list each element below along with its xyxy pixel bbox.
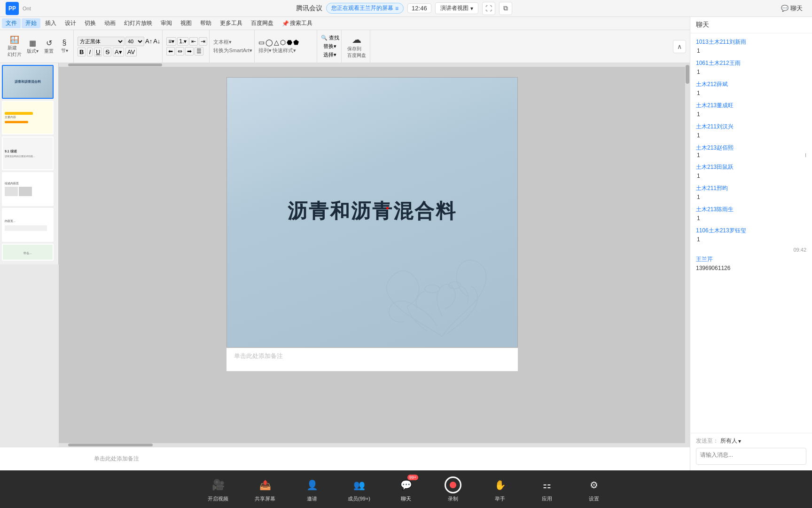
chat-sender-6[interactable]: 土木213赵佰熙 — [696, 144, 734, 151]
chat-count-3: 1 — [697, 90, 700, 96]
title-bar-right: 💬 聊天 — [777, 3, 806, 14]
indent-increase-button[interactable]: ⇥ — [199, 37, 207, 46]
app-logo[interactable]: PP — [6, 2, 19, 15]
chat-sender-2[interactable]: 1061土木212王雨 — [696, 60, 741, 66]
menu-help[interactable]: 帮助 — [196, 18, 215, 28]
quick-style-button[interactable]: 快速样式▾ — [273, 47, 296, 54]
settings-button[interactable]: ⚙ 设置 — [580, 476, 608, 502]
chat-sender-9[interactable]: 土木213陈雨生 — [696, 206, 734, 213]
menu-design[interactable]: 设计 — [61, 18, 80, 28]
select-button[interactable]: 选择▾ — [323, 51, 336, 58]
notes-area[interactable]: 单击此处添加备注 — [0, 447, 690, 470]
bold-button[interactable]: B — [78, 48, 86, 56]
save-baidu-button[interactable]: ☁ 保存到百度网盘 — [345, 33, 368, 60]
ppt-content: 沥青和沥青混合料 主要内容 9.1 综述 — [0, 63, 690, 447]
shape-2[interactable]: ◯ — [265, 39, 273, 46]
v-scrollbar[interactable] — [685, 63, 690, 447]
members-button[interactable]: 👥 成员(99+) — [345, 476, 373, 502]
shape-1[interactable]: ▭ — [258, 39, 265, 46]
menu-insert[interactable]: 插入 — [41, 18, 60, 28]
chat-sender-10[interactable]: 1106土木213罗钰玺 — [696, 227, 746, 234]
share-screen-button[interactable]: 📤 共享屏幕 — [251, 476, 279, 502]
numbering-button[interactable]: 1.▾ — [177, 37, 188, 46]
strikethrough-button[interactable]: S — [103, 48, 111, 56]
text-box-button[interactable]: 文本框▾ — [213, 39, 232, 46]
slide-thumb-6-inner: 什么... — [3, 245, 53, 261]
menu-search[interactable]: 📌 搜索工具 — [278, 18, 316, 28]
bullets-button[interactable]: ≡▾ — [166, 37, 176, 46]
send-to-dropdown[interactable]: 所有人 ▾ — [720, 437, 741, 445]
shape-4[interactable]: ⬡ — [280, 39, 286, 46]
menu-transitions[interactable]: 切换 — [81, 18, 100, 28]
invite-button[interactable]: 👤 邀请 — [298, 476, 326, 502]
bottom-scrollbar-thumb — [68, 444, 153, 446]
chat-sender-1[interactable]: 1013土木211刘新雨 — [696, 39, 746, 45]
chat-sender-8[interactable]: 土木211邢昀 — [696, 185, 728, 191]
underline-button[interactable]: U — [94, 48, 102, 56]
v-scrollbar-thumb — [686, 65, 689, 84]
chat-last-sender[interactable]: 王兰芹 — [696, 256, 713, 262]
chat-count-2: 1 — [697, 69, 700, 75]
chat-sender-7[interactable]: 土木213田鼠跃 — [696, 164, 734, 170]
menu-view[interactable]: 视图 — [177, 18, 195, 28]
slide-notes[interactable]: 单击此处添加备注 — [226, 348, 518, 371]
raise-hand-button[interactable]: ✋ 举手 — [486, 476, 514, 502]
toolbar-collapse-button[interactable]: ∧ — [673, 40, 686, 53]
h-scrollbar[interactable] — [59, 63, 685, 67]
slide-thumb-1[interactable]: 沥青和沥青混合料 — [2, 65, 54, 99]
layout-button[interactable]: ▦ 版式▾ — [25, 38, 40, 56]
menu-review[interactable]: 审阅 — [157, 18, 176, 28]
find-button[interactable]: 🔍 查找 — [321, 34, 339, 41]
align-right-button[interactable]: ➡ — [185, 47, 194, 56]
menu-start[interactable]: 开始 — [22, 18, 40, 28]
align-center-button[interactable]: ⇔ — [176, 47, 184, 56]
chat-sender-4[interactable]: 土木213董成旺 — [696, 102, 734, 109]
shape-5[interactable]: ⬣ — [287, 39, 292, 46]
presenter-view-button[interactable]: 演讲者视图 ▾ — [435, 2, 478, 14]
menu-more-tools[interactable]: 更多工具 — [216, 18, 246, 28]
slide-canvas-area[interactable]: 沥青和沥青混合料 单击此处添加备注 — [59, 67, 685, 443]
menu-file[interactable]: 文件 — [2, 18, 21, 28]
chat-header-button[interactable]: 💬 聊天 — [777, 3, 806, 14]
slide-4-img2 — [19, 187, 32, 196]
new-slide-button[interactable]: 🪟 新建幻灯片 — [6, 34, 23, 59]
italic-button[interactable]: I — [87, 48, 93, 56]
replace-button[interactable]: 替换▾ — [323, 43, 336, 50]
shape-6[interactable]: ⬟ — [293, 39, 299, 46]
arrange-button[interactable]: 排列▾ — [258, 47, 272, 54]
shape-3[interactable]: △ — [274, 39, 279, 46]
slide-3-label: 9.1 综述 — [5, 149, 17, 154]
start-video-button[interactable]: 🎥 开启视频 — [204, 476, 232, 502]
chat-input-field[interactable] — [696, 448, 806, 465]
slide-thumb-3[interactable]: 9.1 综述 沥青混合料的主要技术性能... — [2, 136, 54, 170]
convert-smartart-button[interactable]: 转换为SmartArt▾ — [213, 47, 252, 54]
increase-font-icon[interactable]: A↑ — [145, 38, 152, 45]
chat-sender-5[interactable]: 土木211刘汉兴 — [696, 123, 734, 130]
indent-decrease-button[interactable]: ⇤ — [189, 37, 198, 46]
menu-animations[interactable]: 动画 — [101, 18, 119, 28]
slide-thumb-5[interactable]: 内容页... — [2, 208, 54, 242]
slide-thumb-6[interactable]: 什么... — [2, 244, 54, 261]
slide-thumb-2[interactable]: 主要内容 — [2, 101, 54, 135]
fullscreen-button[interactable]: ⛶ — [482, 2, 495, 15]
bottom-scrollbar[interactable] — [59, 443, 685, 447]
chat-button[interactable]: 💬 99+ 聊天 — [392, 476, 420, 502]
window-button[interactable]: ⧉ — [499, 2, 512, 15]
chat-last-message: 13969061126 — [696, 265, 730, 271]
decrease-font-icon[interactable]: A↓ — [153, 38, 160, 45]
section-button[interactable]: § 节▾ — [57, 38, 71, 55]
font-name-select[interactable]: 方正黑体 — [78, 37, 125, 46]
slide-thumb-4[interactable]: 综述内容页 — [2, 172, 54, 206]
font-color-button[interactable]: A▾ — [113, 48, 124, 56]
menu-baidu[interactable]: 百度网盘 — [247, 18, 277, 28]
record-button[interactable]: 录制 — [439, 476, 467, 502]
justify-button[interactable]: ☰ — [195, 47, 203, 56]
chat-sender-3[interactable]: 土木212薛斌 — [696, 81, 728, 87]
menu-slideshow[interactable]: 幻灯片放映 — [120, 18, 156, 28]
font-size-select[interactable]: 40 — [125, 37, 144, 46]
reset-button[interactable]: ↺ 重置 — [42, 38, 56, 56]
app-name-short: Ont — [23, 6, 31, 11]
char-spacing-button[interactable]: AV — [125, 48, 137, 56]
apps-button[interactable]: ⚏ 应用 — [533, 476, 561, 502]
align-left-button[interactable]: ⬅ — [166, 47, 175, 56]
